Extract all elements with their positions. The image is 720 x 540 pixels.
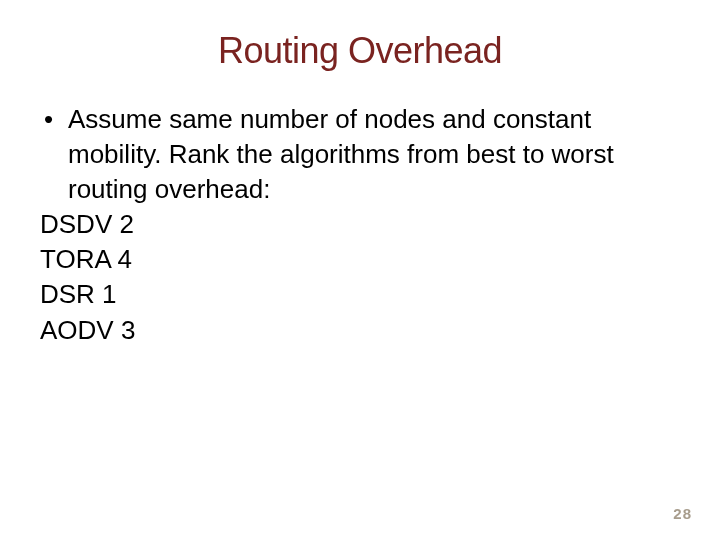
slide-content: • Assume same number of nodes and consta…	[40, 102, 680, 348]
bullet-text: Assume same number of nodes and constant…	[68, 102, 680, 207]
text-line: DSR 1	[40, 277, 680, 312]
text-line: TORA 4	[40, 242, 680, 277]
slide: Routing Overhead • Assume same number of…	[0, 0, 720, 540]
slide-title: Routing Overhead	[40, 30, 680, 72]
page-number: 28	[673, 505, 692, 522]
text-line: DSDV 2	[40, 207, 680, 242]
text-line: AODV 3	[40, 313, 680, 348]
bullet-dot: •	[40, 102, 68, 137]
bullet-item: • Assume same number of nodes and consta…	[40, 102, 680, 207]
